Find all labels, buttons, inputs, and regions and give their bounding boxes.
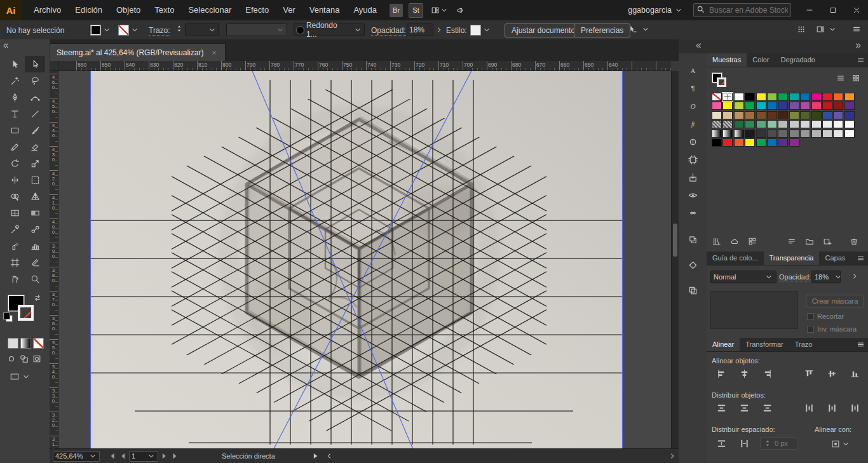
tool-scale[interactable] xyxy=(25,155,45,171)
tool-rotate[interactable] xyxy=(4,155,25,171)
tool-direct-selection[interactable] xyxy=(25,56,45,72)
panel-icon-artboards[interactable] xyxy=(684,151,702,168)
swatch[interactable] xyxy=(822,111,832,119)
spacing-vertical-button[interactable] xyxy=(713,437,729,450)
transparency-tab-capas[interactable]: Capas xyxy=(819,252,851,265)
swatch[interactable] xyxy=(722,138,733,147)
swatch[interactable] xyxy=(844,120,855,128)
distribute-middle-button[interactable] xyxy=(736,401,752,415)
screen-mode-button[interactable] xyxy=(10,372,31,381)
document-tab[interactable]: Steemg.ai* al 425,64% (RGB/Previsualizar… xyxy=(50,43,226,62)
swatch[interactable] xyxy=(789,130,799,138)
swatch[interactable] xyxy=(778,130,788,138)
swatch[interactable] xyxy=(722,111,733,119)
swatch[interactable] xyxy=(822,93,832,101)
align-left-button[interactable] xyxy=(713,367,729,380)
swatch[interactable] xyxy=(811,111,822,119)
swatch[interactable] xyxy=(756,93,766,101)
swatch[interactable] xyxy=(734,102,744,110)
opacity-label[interactable]: Opacidad: xyxy=(371,26,406,36)
swatch[interactable] xyxy=(722,120,733,128)
swatch[interactable] xyxy=(833,111,843,119)
swatch[interactable] xyxy=(767,111,777,119)
libraries-icon[interactable] xyxy=(710,235,723,248)
swatch[interactable] xyxy=(833,120,843,128)
clip-checkbox[interactable]: Recortar xyxy=(807,312,844,320)
menu-ayuda[interactable]: Ayuda xyxy=(346,0,384,20)
panel-icon-export[interactable] xyxy=(684,169,702,185)
stroke-stepper[interactable] xyxy=(175,24,184,33)
swatch[interactable] xyxy=(734,130,744,138)
tool-line-segment[interactable] xyxy=(25,105,45,122)
swatch[interactable] xyxy=(778,111,788,119)
align-right-button[interactable] xyxy=(759,367,775,380)
align-center-h-button[interactable] xyxy=(736,367,752,380)
swatch[interactable] xyxy=(800,111,810,119)
swatches-tab-muestras[interactable]: Muestras xyxy=(707,53,747,67)
panel-icon-paragraph[interactable]: ¶ xyxy=(684,80,702,97)
swatch[interactable] xyxy=(722,130,733,138)
swatch[interactable] xyxy=(844,130,855,138)
swatch[interactable] xyxy=(800,102,810,110)
swatch[interactable] xyxy=(756,138,766,147)
panel-menu-icon[interactable] xyxy=(853,56,868,64)
swatches-tab-color[interactable]: Color xyxy=(747,53,775,67)
swatch[interactable] xyxy=(722,102,733,110)
tool-eyedropper[interactable] xyxy=(4,221,25,238)
tool-pencil[interactable] xyxy=(4,138,25,155)
menu-seleccionar[interactable]: Seleccionar xyxy=(181,0,238,20)
workspace-switcher-icon[interactable] xyxy=(431,6,440,15)
distribute-top-button[interactable] xyxy=(713,401,729,415)
tool-lasso[interactable] xyxy=(25,72,45,89)
panel-opacity-label[interactable]: Opacidad: xyxy=(779,273,811,281)
swatch[interactable] xyxy=(844,93,855,101)
tool-magic-wand[interactable] xyxy=(4,72,25,89)
opacity-chevron-icon[interactable] xyxy=(435,25,444,34)
swatch[interactable] xyxy=(800,130,810,138)
align-top-button[interactable] xyxy=(801,367,817,380)
tool-zoom[interactable] xyxy=(25,271,45,287)
align-to-button[interactable] xyxy=(831,437,854,450)
swatch[interactable] xyxy=(745,111,755,119)
tool-rectangle[interactable] xyxy=(4,122,25,138)
none-button[interactable] xyxy=(33,338,44,349)
swatch-kinds-icon[interactable] xyxy=(746,235,759,248)
menu-efecto[interactable]: Efecto xyxy=(238,0,276,20)
swatch[interactable] xyxy=(712,120,722,128)
scroll-right-icon[interactable] xyxy=(668,452,677,460)
swatch[interactable] xyxy=(800,120,810,128)
status-menu-icon[interactable] xyxy=(311,452,320,460)
next-artboard-button[interactable] xyxy=(159,452,168,460)
panel-icon-pathfinder[interactable] xyxy=(684,282,702,299)
collapse-panels-icon[interactable] xyxy=(694,41,703,50)
swatch[interactable] xyxy=(789,111,799,119)
panel-menu-icon[interactable] xyxy=(853,340,868,349)
invert-mask-checkbox[interactable]: Inv. máscara xyxy=(807,325,857,333)
stroke-weight-select[interactable] xyxy=(185,23,219,36)
bridge-badge[interactable]: Br xyxy=(390,4,403,17)
first-artboard-button[interactable] xyxy=(107,452,116,460)
swatches-tab-degradado[interactable]: Degradado xyxy=(775,53,821,67)
fit-document-button[interactable]: Ajustar documento xyxy=(505,23,582,37)
swatch[interactable] xyxy=(822,102,832,110)
swatch[interactable] xyxy=(767,138,777,147)
draw-behind-icon[interactable] xyxy=(20,354,29,363)
last-artboard-button[interactable] xyxy=(171,452,180,460)
swatch[interactable] xyxy=(778,93,788,101)
panel-opacity-field[interactable]: 18% xyxy=(811,271,841,283)
vertical-ruler[interactable]: 4604504404304204104003903803703603503403… xyxy=(50,71,58,448)
distribute-bottom-button[interactable] xyxy=(759,401,775,415)
swatch[interactable] xyxy=(745,130,755,138)
opacity-field[interactable]: 18% xyxy=(407,23,433,36)
close-tab-icon[interactable] xyxy=(212,50,218,56)
zoom-level-select[interactable]: 425,64% xyxy=(53,451,100,462)
swatch[interactable] xyxy=(756,120,766,128)
tool-shape-builder[interactable] xyxy=(4,188,25,205)
swatch[interactable] xyxy=(778,120,788,128)
panel-icon-libraries[interactable] xyxy=(684,205,702,221)
swatch[interactable] xyxy=(778,138,788,147)
restore-button[interactable] xyxy=(821,0,844,20)
swap-fill-stroke-icon[interactable] xyxy=(33,293,42,302)
blend-mode-select[interactable]: Normal xyxy=(710,271,776,283)
collapse-tools-icon[interactable] xyxy=(1,41,10,50)
